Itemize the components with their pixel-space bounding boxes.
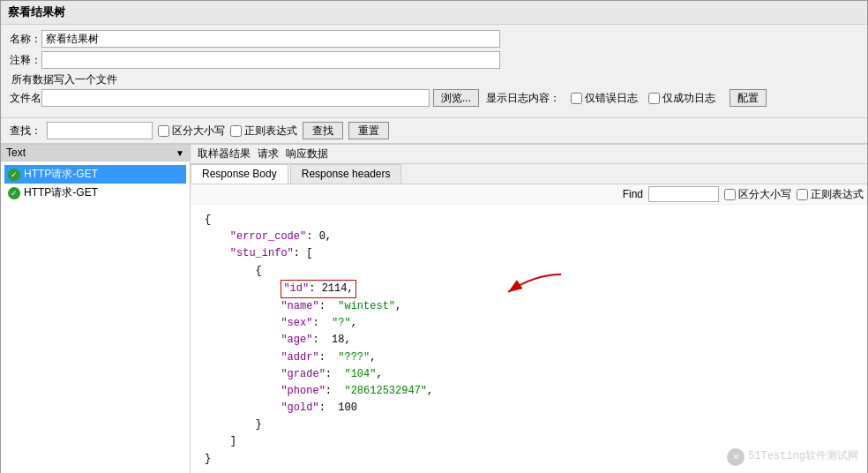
find-case-checkbox[interactable]	[724, 189, 736, 200]
case-sensitive-text: 区分大小写	[172, 124, 225, 139]
regex-label[interactable]: 正则表达式	[230, 124, 297, 139]
watermark-text: 51Testing软件测试网	[748, 448, 858, 465]
find-regex-checkbox[interactable]	[797, 189, 808, 200]
json-line-10: "phone": "28612532947",	[205, 383, 853, 400]
dropdown-arrow-icon: ▼	[176, 148, 184, 158]
highlighted-id: "id": 2114,	[281, 280, 355, 298]
find-regex-text: 正则表达式	[811, 187, 864, 202]
tab-response[interactable]: 响应数据	[286, 146, 328, 161]
display-log-label: 显示日志内容：	[486, 91, 560, 106]
json-line-1: "error_code": 0,	[205, 229, 853, 245]
left-panel: Text ▼ ✓ HTTP请求-GET ✓ HTTP请求-GET	[1, 145, 191, 473]
json-line-5: "name": "wintest",	[205, 298, 853, 315]
name-label: 名称：	[10, 32, 41, 47]
json-line-12: }	[205, 417, 853, 433]
json-body[interactable]: { "error_code": 0, "stu_info": [ { "id":…	[191, 205, 867, 473]
main-window: 察看结果树 名称： 注释： 所有数据写入一个文件 文件名 浏览... 显示日志内…	[0, 0, 868, 473]
display-options: 显示日志内容： 仅错误日志 仅成功日志 配置	[486, 89, 767, 107]
all-data-text: 所有数据写入一个文件	[10, 72, 858, 87]
find-label: Find	[623, 188, 643, 200]
name-row: 名称：	[10, 30, 858, 48]
reset-button[interactable]: 重置	[348, 122, 389, 139]
search-button[interactable]: 查找	[303, 122, 343, 139]
config-button[interactable]: 配置	[730, 89, 767, 107]
left-panel-header: Text ▼	[1, 145, 190, 161]
tab-request[interactable]: 请求	[258, 146, 279, 161]
search-bar: 查找： 区分大小写 正则表达式 查找 重置	[1, 117, 867, 144]
error-log-label: 仅错误日志	[585, 91, 638, 106]
find-regex-label[interactable]: 正则表达式	[797, 187, 864, 202]
json-line-6: "sex": "?",	[205, 315, 853, 332]
error-log-checkbox[interactable]	[571, 93, 582, 104]
json-line-7: "age": 18,	[205, 332, 853, 349]
right-panel: 取样器结果 请求 响应数据 Response Body Response hea…	[191, 145, 867, 473]
main-area: Text ▼ ✓ HTTP请求-GET ✓ HTTP请求-GET 取样器结果 请…	[1, 144, 867, 473]
tree-item-label-1: HTTP请求-GET	[24, 185, 98, 200]
title-bar: 察看结果树	[1, 1, 867, 25]
name-input[interactable]	[41, 30, 500, 48]
left-panel-label: Text	[6, 146, 26, 159]
browse-button[interactable]: 浏览...	[433, 89, 479, 107]
tree-area: ✓ HTTP请求-GET ✓ HTTP请求-GET	[1, 161, 190, 473]
json-line-8: "addr": "???",	[205, 349, 853, 366]
sub-tab-headers[interactable]: Response headers	[290, 164, 402, 184]
json-line-9: "grade": "104",	[205, 366, 853, 383]
tab-sampler[interactable]: 取样器结果	[198, 146, 251, 161]
watermark-icon: W	[727, 448, 745, 466]
regex-text: 正则表达式	[244, 124, 297, 139]
file-label: 文件名	[10, 91, 41, 106]
find-case-text: 区分大小写	[738, 187, 791, 202]
json-line-3: {	[205, 263, 853, 280]
success-log-checkbox-label[interactable]: 仅成功日志	[648, 91, 715, 106]
regex-checkbox[interactable]	[230, 125, 242, 137]
watermark: W 51Testing软件测试网	[727, 448, 858, 466]
find-case-label[interactable]: 区分大小写	[724, 187, 791, 202]
check-icon-0: ✓	[8, 169, 20, 181]
json-line-4: "id": 2114,	[205, 280, 853, 298]
sub-tab-body[interactable]: Response Body	[191, 164, 288, 184]
comment-input[interactable]	[41, 51, 500, 69]
tree-item-0[interactable]: ✓ HTTP请求-GET	[4, 165, 186, 184]
json-line-11: "gold": 100	[205, 400, 853, 417]
form-section: 名称： 注释： 所有数据写入一个文件 文件名 浏览... 显示日志内容： 仅错误…	[1, 25, 867, 117]
search-input[interactable]	[47, 122, 153, 139]
search-label: 查找：	[10, 124, 41, 139]
success-log-label: 仅成功日志	[662, 91, 715, 106]
json-line-0: {	[205, 212, 853, 229]
json-line-2: "stu_info": [	[205, 245, 853, 262]
comment-row: 注释：	[10, 51, 858, 69]
comment-label: 注释：	[10, 53, 41, 68]
success-log-checkbox[interactable]	[648, 93, 660, 104]
response-find-bar: Find 区分大小写 正则表达式	[191, 184, 867, 205]
tree-item-1[interactable]: ✓ HTTP请求-GET	[4, 184, 186, 202]
check-icon-1: ✓	[8, 187, 20, 199]
file-input[interactable]	[41, 89, 430, 107]
find-input[interactable]	[648, 186, 719, 202]
error-log-checkbox-label[interactable]: 仅错误日志	[571, 91, 638, 106]
tree-item-label-0: HTTP请求-GET	[24, 167, 98, 182]
case-sensitive-label[interactable]: 区分大小写	[158, 124, 225, 139]
right-sub-tabs: Response Body Response headers	[191, 164, 867, 184]
file-row: 文件名 浏览... 显示日志内容： 仅错误日志 仅成功日志 配置	[10, 89, 858, 107]
case-sensitive-checkbox[interactable]	[158, 125, 169, 137]
right-tabs-bar: 取样器结果 请求 响应数据	[191, 145, 867, 164]
window-title: 察看结果树	[8, 5, 65, 19]
